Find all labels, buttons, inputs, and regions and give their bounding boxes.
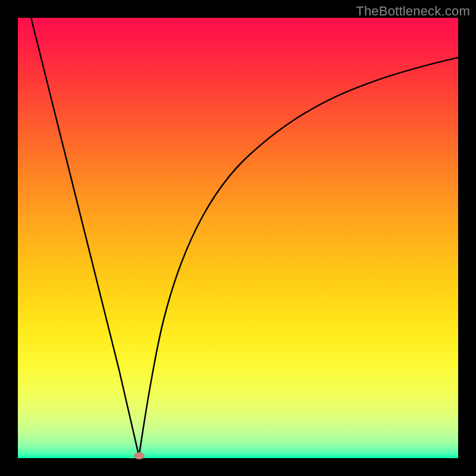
curve-svg (18, 18, 458, 458)
plot-area (18, 18, 458, 458)
minimum-marker (134, 452, 145, 459)
curve-right-branch (139, 58, 459, 456)
chart-container: TheBottleneck.com (0, 0, 476, 476)
watermark-text: TheBottleneck.com (356, 4, 470, 19)
curve-left-branch (31, 18, 139, 456)
